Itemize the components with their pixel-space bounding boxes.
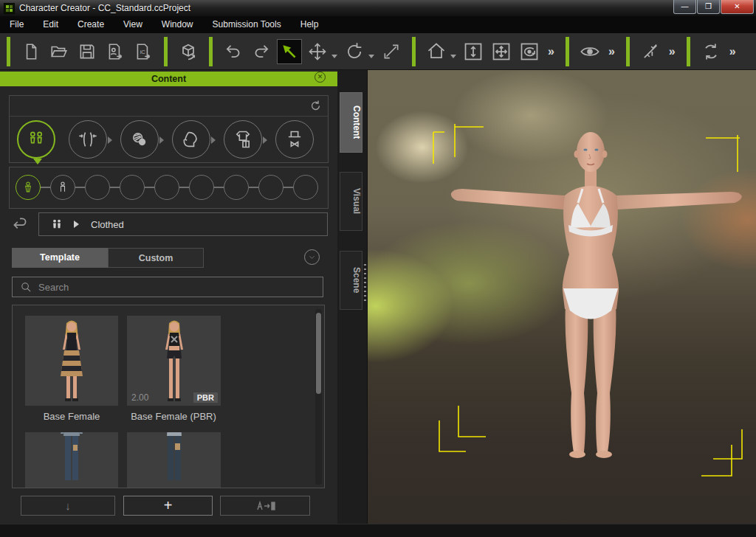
stage-clothed-button[interactable] [16,175,41,200]
menu-help[interactable]: Help [291,16,329,33]
export-character-button[interactable] [103,40,127,63]
thumbnail-base-female[interactable] [25,316,118,406]
side-tab-visual[interactable]: Visual [340,172,362,231]
menu-create[interactable]: Create [68,16,114,33]
thumbnail-base-male[interactable] [25,432,118,488]
pan-icon [491,41,512,62]
save-icon [78,42,97,61]
minimize-button[interactable]: — [673,0,696,14]
open-project-button[interactable] [47,40,71,63]
category-skin-button[interactable] [120,120,159,159]
rotate-options-caret[interactable] [368,55,374,58]
display-options-button[interactable] [639,40,662,63]
morph-icon [78,129,98,150]
collapse-section-button[interactable] [304,249,320,265]
category-box [9,95,329,163]
refresh-icon [309,100,322,112]
scale-tool-button[interactable] [379,40,403,63]
refresh-button[interactable] [309,100,322,115]
thumbnail-base-female-pbr[interactable]: 2.00 PBR [127,316,221,406]
svg-text:iC: iC [140,49,146,55]
stage-empty-button[interactable] [258,175,284,200]
side-tab-scene[interactable]: Scene [340,251,362,310]
content-panel: Content ✕ [0,70,337,525]
display-more-button[interactable]: » [664,45,680,58]
stage-empty-button[interactable] [154,175,179,200]
stage-empty-button[interactable] [293,175,318,200]
tab-custom[interactable]: Custom [108,248,204,268]
stage-empty-button[interactable] [224,175,249,200]
zoom-fit-button[interactable] [461,40,485,63]
export-character-icon [106,42,125,61]
embedded-content-button[interactable] [176,40,200,63]
export-iclone-button[interactable]: iC [131,40,155,63]
stage-empty-button[interactable] [120,175,145,200]
panel-drag-handle[interactable] [364,264,366,301]
category-avatar-button[interactable] [17,120,55,159]
category-head-button[interactable] [172,120,210,159]
menu-view[interactable]: View [114,16,152,33]
scale-icon [382,42,401,61]
base-female-figure [55,320,89,406]
rotate-tool-button[interactable] [343,40,366,63]
panel-close-icon[interactable]: ✕ [315,72,326,83]
viewport-3d[interactable] [367,70,756,524]
search-input[interactable] [38,282,323,293]
menu-edit[interactable]: Edit [33,16,68,33]
visibility-more-button[interactable]: » [604,45,619,58]
search-box[interactable] [12,277,323,297]
left-leg [566,305,588,452]
undo-button[interactable] [221,40,245,63]
restore-button[interactable]: ❐ [697,0,720,14]
tab-template[interactable]: Template [12,248,108,268]
move-tool-button[interactable] [306,40,329,63]
search-icon [20,281,32,294]
menu-window[interactable]: Window [152,16,203,33]
skin-icon [129,129,150,150]
grid-scrollbar[interactable] [315,309,322,485]
plus-icon: + [164,497,173,514]
thumbnail-base-male-2[interactable] [127,432,221,488]
add-content-button[interactable]: + [123,496,213,516]
sync-render-button[interactable] [699,40,723,63]
category-accessory-button[interactable] [275,120,314,159]
menu-file[interactable]: File [0,16,33,33]
stage-nude-button[interactable] [50,175,75,200]
base-female-pbr-figure [157,320,191,406]
stage-empty-button[interactable] [189,175,214,200]
breadcrumb[interactable]: Clothed [38,212,328,236]
side-tab-content[interactable]: Content [340,92,362,153]
home-camera-button[interactable] [425,40,448,63]
back-button[interactable] [10,216,30,235]
redo-button[interactable] [250,40,273,63]
content-panel-header[interactable]: Content [0,72,337,86]
category-cloth-button[interactable] [224,120,262,159]
save-project-button[interactable] [75,40,99,63]
camera-more-button[interactable]: » [543,45,559,58]
toolbar-separator [164,37,168,66]
load-to-scene-button[interactable]: ↓ [21,496,115,516]
stage-empty-button[interactable] [85,175,110,200]
orbit-camera-button[interactable] [518,40,541,63]
category-morph-button[interactable] [69,120,107,159]
panel-title: Content [151,74,186,84]
close-button[interactable]: ✕ [721,0,754,14]
toolbar-separator [687,37,690,66]
right-leg [594,305,616,452]
breadcrumb-expand-icon[interactable] [74,221,79,228]
home-options-caret[interactable] [450,55,456,58]
select-cursor-icon [280,42,299,61]
select-tool-button[interactable] [278,40,301,63]
embedded-cube-icon [178,41,199,62]
zoom-fit-icon [463,41,484,62]
move-options-caret[interactable] [331,55,337,58]
nude-figure-icon [55,180,70,195]
show-hide-button[interactable] [578,40,602,63]
apply-to-character-button[interactable] [220,496,310,516]
titlebar[interactable]: Character Creator - CC_Standard.ccProjec… [0,0,756,16]
render-more-button[interactable]: » [725,45,740,58]
pan-camera-button[interactable] [489,40,513,63]
menu-submission-tools[interactable]: Submission Tools [203,16,291,33]
grid-scrollbar-thumb[interactable] [316,313,321,394]
new-project-button[interactable] [19,40,43,63]
